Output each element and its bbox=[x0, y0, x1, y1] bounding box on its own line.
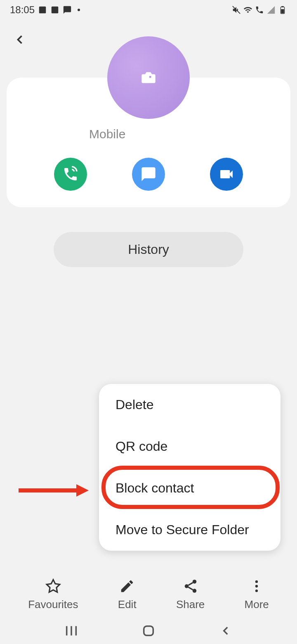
phone-icon bbox=[62, 166, 79, 182]
status-left: 18:05 bbox=[10, 4, 80, 16]
nav-share[interactable]: Share bbox=[176, 578, 205, 611]
recents-button[interactable] bbox=[63, 623, 80, 639]
svg-marker-8 bbox=[76, 484, 89, 497]
more-dots-icon bbox=[249, 578, 264, 594]
history-label: History bbox=[128, 242, 169, 257]
svg-point-6 bbox=[149, 76, 151, 78]
svg-point-17 bbox=[255, 590, 258, 592]
wifi-calling-icon bbox=[255, 5, 264, 14]
chat-icon bbox=[140, 166, 157, 182]
message-button[interactable] bbox=[132, 158, 165, 191]
dot-icon bbox=[78, 9, 80, 11]
status-time: 18:05 bbox=[10, 4, 35, 16]
wifi-icon bbox=[243, 5, 252, 14]
annotation-arrow bbox=[19, 484, 89, 498]
svg-point-12 bbox=[192, 589, 196, 593]
vibrate-icon bbox=[232, 5, 241, 14]
phone-type-label: Mobile bbox=[7, 127, 290, 141]
status-bar: 18:05 bbox=[0, 0, 297, 20]
svg-rect-4 bbox=[281, 6, 284, 7]
nav-more[interactable]: More bbox=[245, 578, 269, 611]
nav-edit[interactable]: Edit bbox=[118, 578, 137, 611]
video-icon bbox=[218, 166, 235, 182]
status-right bbox=[232, 5, 287, 14]
back-system-button[interactable] bbox=[217, 623, 234, 639]
svg-line-13 bbox=[188, 587, 193, 590]
battery-icon bbox=[278, 5, 287, 14]
menu-delete[interactable]: Delete bbox=[99, 384, 280, 426]
svg-marker-9 bbox=[47, 580, 60, 592]
download-icon bbox=[50, 5, 59, 14]
image-icon bbox=[38, 5, 47, 14]
nav-edit-label: Edit bbox=[118, 598, 137, 611]
pencil-icon bbox=[119, 578, 135, 594]
star-icon bbox=[45, 578, 61, 594]
nav-favourites[interactable]: Favourites bbox=[28, 578, 78, 611]
message-notification-icon bbox=[63, 5, 72, 14]
action-buttons bbox=[7, 158, 290, 191]
bottom-nav: Favourites Edit Share More bbox=[0, 578, 297, 611]
menu-qr-code[interactable]: QR code bbox=[99, 426, 280, 467]
nav-more-label: More bbox=[245, 598, 269, 611]
home-button[interactable] bbox=[140, 623, 157, 639]
svg-point-15 bbox=[255, 580, 258, 583]
annotation-highlight bbox=[101, 466, 280, 509]
nav-favourites-label: Favourites bbox=[28, 598, 78, 611]
svg-rect-5 bbox=[281, 9, 284, 13]
svg-line-14 bbox=[188, 582, 193, 585]
menu-secure-folder[interactable]: Move to Secure Folder bbox=[99, 509, 280, 551]
call-button[interactable] bbox=[54, 158, 87, 191]
svg-rect-0 bbox=[39, 7, 46, 14]
svg-point-11 bbox=[184, 584, 189, 588]
history-button[interactable]: History bbox=[54, 232, 243, 267]
svg-point-10 bbox=[192, 580, 196, 584]
svg-point-16 bbox=[255, 585, 258, 587]
contact-avatar[interactable] bbox=[107, 36, 190, 119]
system-nav bbox=[0, 623, 297, 639]
video-button[interactable] bbox=[210, 158, 243, 191]
signal-icon bbox=[266, 5, 276, 14]
camera-icon bbox=[138, 69, 159, 86]
svg-rect-1 bbox=[52, 7, 59, 14]
nav-share-label: Share bbox=[176, 598, 205, 611]
svg-rect-21 bbox=[144, 626, 153, 636]
share-icon bbox=[183, 578, 198, 594]
